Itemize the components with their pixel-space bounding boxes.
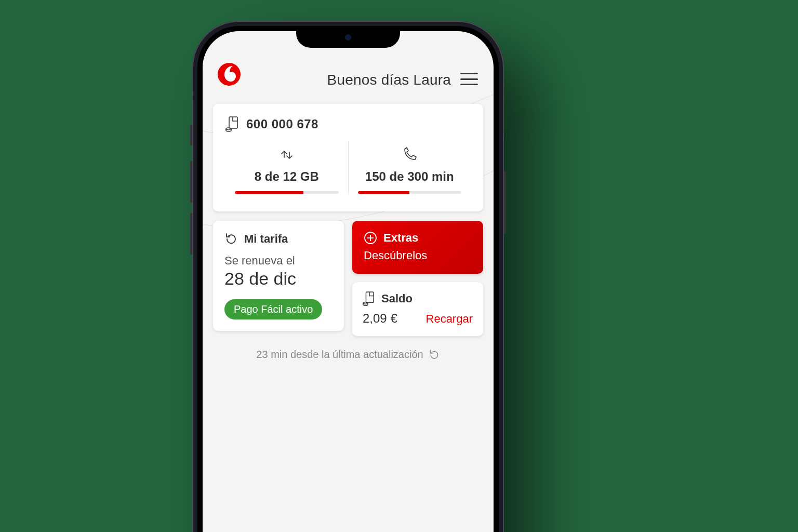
data-usage[interactable]: 8 de 12 GB xyxy=(225,141,348,194)
tarifa-card[interactable]: Mi tarifa Se renueva el 28 de dic Pago F… xyxy=(213,221,344,331)
saldo-amount: 2,09 € xyxy=(363,311,397,326)
vodafone-logo-icon[interactable] xyxy=(217,62,241,86)
svg-point-2 xyxy=(226,128,231,130)
tarifa-title: Mi tarifa xyxy=(244,232,288,246)
side-button xyxy=(190,161,192,203)
minutes-usage[interactable]: 150 de 300 min xyxy=(348,141,471,194)
minutes-usage-label: 150 de 300 min xyxy=(365,169,454,184)
data-usage-bar xyxy=(235,191,339,194)
last-update-text: 23 min desde la última actualización xyxy=(256,349,423,361)
side-button xyxy=(190,213,192,255)
phone-call-icon xyxy=(401,143,418,166)
tarifa-renews-date: 28 de dic xyxy=(224,269,332,289)
saldo-title: Saldo xyxy=(381,292,413,305)
data-arrows-icon xyxy=(278,143,296,166)
app-screen: Buenos días Laura xyxy=(203,31,494,532)
plus-circle-icon xyxy=(364,231,377,245)
minutes-usage-bar xyxy=(358,191,462,194)
recargar-link[interactable]: Recargar xyxy=(426,312,473,326)
svg-rect-1 xyxy=(229,117,237,128)
sim-coins-icon xyxy=(225,116,239,132)
extras-subtitle: Descúbrelos xyxy=(364,249,472,262)
svg-rect-4 xyxy=(366,292,374,302)
menu-icon[interactable] xyxy=(460,73,478,85)
last-update-footer[interactable]: 23 min desde la última actualización xyxy=(213,349,483,361)
data-usage-label: 8 de 12 GB xyxy=(255,169,319,184)
side-button xyxy=(504,171,506,234)
sim-coins-icon xyxy=(363,291,375,306)
svg-point-5 xyxy=(363,302,368,304)
extras-card[interactable]: Extras Descúbrelos xyxy=(352,221,483,274)
greeting-text: Buenos días Laura xyxy=(241,72,451,88)
pago-facil-badge: Pago Fácil activo xyxy=(224,299,322,320)
extras-title: Extras xyxy=(383,231,418,245)
phone-frame: Buenos días Laura xyxy=(192,21,504,532)
saldo-card[interactable]: Saldo 2,09 € Recargar xyxy=(352,282,483,336)
phone-notch xyxy=(296,26,400,48)
tarifa-renews-label: Se renueva el xyxy=(224,254,332,268)
side-button xyxy=(190,125,192,145)
phone-number: 600 000 678 xyxy=(246,117,318,131)
refresh-icon xyxy=(224,232,238,246)
usage-card[interactable]: 600 000 678 8 de 12 GB xyxy=(213,104,483,211)
refresh-icon[interactable] xyxy=(429,349,440,361)
